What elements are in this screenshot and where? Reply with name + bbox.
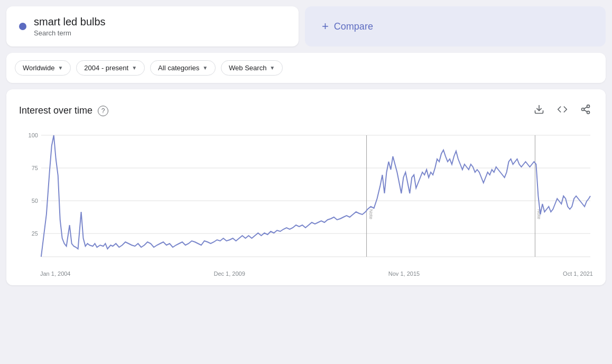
chart-title-row: Interest over time ?: [19, 105, 108, 116]
search-type-filter-label: Web Search: [229, 64, 266, 72]
chart-card: Interest over time ?: [6, 89, 606, 285]
x-label-0: Jan 1, 2004: [40, 270, 71, 277]
svg-line-4: [584, 110, 587, 111]
date-filter-label: 2004 - present: [84, 64, 128, 72]
x-axis-labels: Jan 1, 2004 Dec 1, 2009 Nov 1, 2015 Oct …: [19, 267, 593, 277]
svg-text:25: 25: [32, 230, 38, 237]
category-filter[interactable]: All categories ▼: [150, 60, 216, 76]
embed-button[interactable]: [555, 102, 570, 119]
svg-text:100: 100: [29, 132, 38, 138]
location-filter-label: Worldwide: [23, 64, 54, 72]
search-term-label: Search term: [34, 29, 106, 37]
search-type-chevron-icon: ▼: [270, 65, 275, 71]
download-button[interactable]: [532, 102, 546, 119]
search-term-dot: [19, 23, 26, 30]
chart-title: Interest over time: [19, 105, 92, 116]
date-chevron-icon: ▼: [132, 65, 137, 71]
location-chevron-icon: ▼: [58, 65, 63, 71]
compare-plus-icon: +: [322, 20, 329, 33]
x-label-3: Oct 1, 2021: [563, 270, 593, 277]
date-filter[interactable]: 2004 - present ▼: [76, 60, 145, 76]
svg-line-5: [584, 107, 587, 108]
filters-row: Worldwide ▼ 2004 - present ▼ All categor…: [6, 53, 606, 83]
svg-text:75: 75: [32, 165, 38, 171]
x-label-1: Dec 1, 2009: [214, 270, 245, 277]
location-filter[interactable]: Worldwide ▼: [15, 60, 71, 76]
chart-actions: [532, 102, 593, 119]
chart-area: 100 75 50 25 Note Note: [19, 130, 593, 267]
svg-text:Note: Note: [368, 209, 374, 219]
search-term-name: smart led bulbs: [34, 16, 106, 28]
compare-label: Compare: [334, 21, 373, 32]
compare-card[interactable]: + Compare: [305, 6, 606, 46]
search-term-text: smart led bulbs Search term: [34, 16, 106, 37]
category-chevron-icon: ▼: [202, 65, 208, 71]
svg-text:50: 50: [32, 198, 38, 204]
search-type-filter[interactable]: Web Search ▼: [221, 60, 283, 76]
help-icon[interactable]: ?: [98, 106, 108, 116]
x-label-2: Nov 1, 2015: [388, 270, 420, 277]
chart-header: Interest over time ?: [19, 102, 593, 119]
category-filter-label: All categories: [158, 64, 199, 72]
share-button[interactable]: [578, 102, 593, 119]
search-term-card: smart led bulbs Search term: [6, 6, 299, 46]
